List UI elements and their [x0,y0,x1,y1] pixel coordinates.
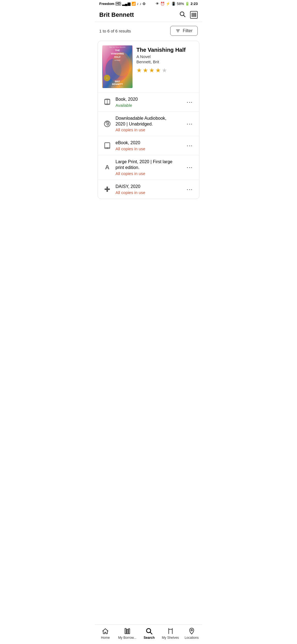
instagram-icon: ⊙ [142,2,145,6]
filter-label: Filter [183,28,193,33]
largeprint-format-icon: A [102,162,112,172]
status-bar: Freedom HD ▂▄▆ 📶 ♪ ♪ ⊙ 👁 ⏰ ⚡ 📳 58% 🔋 2:2… [95,0,202,7]
star-5: ★ [162,67,167,74]
battery-percent: 58% [177,2,184,6]
book-format-icon [102,97,112,107]
svg-rect-4 [193,13,193,17]
vibrate-icon: 📳 [171,2,176,6]
star-2: ★ [143,67,148,74]
format-audiobook-details: Downloadable Audiobook,2020 | Unabridged… [116,116,184,132]
carrier-name: Freedom [99,2,114,6]
format-daisy-status: All copies in use [116,190,184,195]
book-subtitle: A Novel [136,54,195,59]
wifi-icon: 📶 [131,2,136,6]
svg-text:VANISHING: VANISHING [111,52,124,55]
hd-badge: HD [116,2,121,6]
svg-text:HALF: HALF [114,56,120,58]
svg-text:THE: THE [115,49,120,52]
svg-point-29 [107,148,108,149]
daisy-format-icon: ✚ [102,184,112,194]
book-rating: ★ ★ ★ ★ ★ [136,67,195,74]
svg-text:Author of The Mothers: Author of The Mothers [111,86,123,88]
format-ebook-name: eBook, 2020 [116,140,184,146]
signal-icon: ▂▄▆ [122,2,130,6]
bluetooth-icon: ⚡ [166,2,170,6]
audiobook-format-icon [102,119,112,129]
format-book-details: Book, 2020 Available [116,97,184,108]
format-book-status: Available [116,103,184,108]
svg-rect-8 [195,13,196,17]
svg-text:a novel: a novel [115,59,120,61]
format-daisy-name: DAISY, 2020 [116,184,184,190]
svg-rect-7 [195,13,195,17]
book-author: Bennett, Brit [136,59,195,64]
svg-text:BRIT: BRIT [115,80,120,83]
barcode-scanner-icon[interactable] [190,11,198,19]
book-header: New York Times Bestseller [98,41,199,92]
svg-text:★: ★ [106,77,108,79]
carrier-info: Freedom HD ▂▄▆ 📶 ♪ ♪ ⊙ [99,2,145,6]
book-info: The Vanishing Half A Novel Bennett, Brit… [136,45,195,88]
search-icon[interactable] [179,11,186,19]
format-book-name: Book, 2020 [116,97,184,102]
svg-line-1 [184,15,185,17]
svg-text:BENNETT: BENNETT [112,83,123,86]
cover-bestseller-text: New York Times Bestseller [102,46,133,48]
system-status: 👁 ⏰ ⚡ 📳 58% 🔋 2:23 [156,2,198,6]
ebook-format-icon [102,141,112,151]
format-largeprint-status: All copies in use [116,171,184,176]
book-title[interactable]: The Vanishing Half [136,47,195,53]
svg-rect-2 [192,13,192,17]
star-4: ★ [155,67,161,74]
format-largeprint-details: Large Print, 2020 | First largeprint edi… [116,159,184,176]
format-ebook-status: All copies in use [116,146,184,151]
filter-button[interactable]: Filter [170,26,198,36]
star-3: ★ [149,67,155,74]
book-card: New York Times Bestseller [98,41,199,199]
format-item-ebook[interactable]: eBook, 2020 All copies in use ⋮ [98,136,199,155]
format-ebook-more-button[interactable]: ⋮ [184,141,195,150]
format-item-largeprint[interactable]: A Large Print, 2020 | First largeprint e… [98,155,199,180]
format-book-more-button[interactable]: ⋮ [184,98,195,107]
battery-icon: 🔋 [185,2,189,6]
results-bar: 1 to 6 of 6 results Filter [95,22,202,40]
format-audiobook-status: All copies in use [116,127,184,132]
header: Brit Bennett [95,7,202,22]
music-icon: ♪ ♪ [137,2,142,6]
time: 2:23 [191,2,198,6]
format-item-audiobook[interactable]: Downloadable Audiobook,2020 | Unabridged… [98,111,199,136]
format-largeprint-more-button[interactable]: ⋮ [184,163,195,172]
svg-rect-6 [194,13,194,17]
main-content: New York Times Bestseller [95,40,202,202]
format-daisy-more-button[interactable]: ⋮ [184,185,195,194]
format-audiobook-name: Downloadable Audiobook,2020 | Unabridged… [116,116,184,127]
svg-rect-5 [193,13,194,17]
format-ebook-details: eBook, 2020 All copies in use [116,140,184,151]
format-daisy-details: DAISY, 2020 All copies in use [116,184,184,195]
format-audiobook-more-button[interactable]: ⋮ [184,119,195,128]
header-actions [179,11,198,19]
page-title: Brit Bennett [99,11,134,18]
svg-rect-9 [196,13,196,17]
svg-rect-3 [192,13,193,17]
format-item-daisy[interactable]: ✚ DAISY, 2020 All copies in use ⋮ [98,180,199,199]
eye-icon: 👁 [156,2,159,6]
format-largeprint-name: Large Print, 2020 | First largeprint edi… [116,159,184,171]
alarm-icon: ⏰ [160,2,165,6]
results-count: 1 to 6 of 6 results [99,29,131,33]
format-item-book[interactable]: Book, 2020 Available ⋮ [98,92,199,111]
star-1: ★ [136,67,142,74]
book-cover[interactable]: New York Times Bestseller [102,45,133,88]
